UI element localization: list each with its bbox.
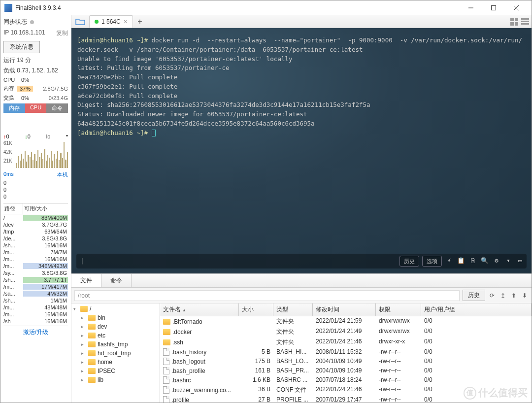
tree-item[interactable]: ▸flashfs_tmp [71, 340, 160, 349]
disk-row[interactable]: /sh...16M/16M [3, 242, 68, 249]
swap-metric: 交换0%0/23.4G [3, 93, 68, 102]
file-row[interactable]: .bash_logout175 BBASH_LO...2004/10/09 10… [160, 357, 532, 366]
folder-icon [88, 324, 96, 330]
minimize-button[interactable] [460, 0, 482, 15]
disk-row[interactable]: /m...16M/16M [3, 256, 68, 263]
sidebar: 同步状态 IP 10.168.1.101 复制 系统信息 运行 19 分 负载 … [0, 15, 71, 403]
file-icon [163, 367, 169, 374]
terminal-options-button[interactable]: 选项 [422, 256, 442, 267]
tab-bar: 1 564C × + [71, 15, 532, 28]
grid-view-icon[interactable] [510, 17, 519, 26]
system-info-button[interactable]: 系统信息 [3, 41, 40, 53]
folder-tree[interactable]: ▾/ ▸bin▸dev▸etc▸flashfs_tmp▸hd_root_tmp▸… [71, 303, 160, 403]
path-input[interactable]: /root [74, 290, 460, 301]
folder-icon [88, 377, 96, 383]
tree-item[interactable]: ▸bin [71, 313, 160, 322]
tab-cpu[interactable]: CPU [25, 103, 47, 113]
terminal-line: 0ea73420e2bb: Pull complete [77, 73, 526, 82]
refresh-icon[interactable]: ⟳ [488, 292, 496, 299]
tree-item[interactable]: ▸hd_root_tmp [71, 349, 160, 358]
svg-rect-5 [515, 18, 518, 21]
maximize-button[interactable] [482, 0, 505, 15]
svg-rect-7 [515, 22, 518, 26]
terminal-line: c367f59be2e1: Pull complete [77, 82, 526, 92]
tree-item[interactable]: ▸IPSEC [71, 367, 160, 375]
file-row[interactable]: .profile27 BPROFILE ...2007/01/29 17:47-… [160, 395, 532, 403]
disk-row[interactable]: /m...7M/7M [3, 249, 68, 256]
search-icon[interactable]: 🔍 [480, 257, 489, 266]
svg-rect-10 [521, 23, 529, 25]
disk-row[interactable]: /m...346M/493M [3, 263, 68, 269]
tree-item[interactable]: ▸lib [71, 375, 160, 384]
file-row[interactable]: .bash_profile161 BBASH_PR...2004/10/09 1… [160, 366, 532, 375]
up-dir-icon[interactable]: ↥ [499, 292, 507, 299]
file-row[interactable]: .bash_history5 BBASH_HI...2008/01/11 15:… [160, 347, 532, 357]
folder-icon [80, 306, 88, 312]
file-list-header[interactable]: 文件名▲ 大小 类型 修改时间 权限 用户/用户组 [160, 303, 532, 316]
expand-icon[interactable]: ▾ [504, 257, 513, 266]
upload-icon[interactable]: ⬆ [510, 292, 518, 299]
disk-row[interactable]: /sy...3.8G/3.8G [3, 269, 68, 276]
file-row[interactable]: .docker文件夹2022/01/24 21:49drwxrwxrwx0/0 [160, 327, 532, 337]
window-title: FinalShell 3.9.3.4 [15, 4, 460, 11]
network-row: ↑0 ↓0 lo▾ [3, 133, 68, 140]
terminal-line: [admin@hchuan16 ~]# docker run -d --rest… [77, 36, 526, 55]
tree-item[interactable]: ▸dev [71, 322, 160, 331]
clipboard-icon[interactable]: 📋 [457, 257, 466, 266]
activate-link[interactable]: 激活/升级 [3, 326, 68, 338]
file-panel: 文件 命令 /root 历史 ⟳ ↥ ⬆ ⬇ ▾/ ▸bin▸dev▸et [71, 273, 532, 403]
host-label[interactable]: 本机 [57, 171, 68, 178]
disk-row[interactable]: /de...3.8G/3.8G [3, 235, 68, 242]
terminal-history-button[interactable]: 历史 [399, 256, 419, 267]
tree-item[interactable]: ▸etc [71, 331, 160, 340]
tree-root[interactable]: ▾/ [71, 304, 160, 313]
terminal-line: [admin@hchuan16 ~]# [77, 129, 526, 138]
disk-row[interactable]: /sa...4M/32M [3, 290, 68, 297]
tab-files[interactable]: 文件 [71, 274, 101, 287]
list-view-icon[interactable] [521, 17, 530, 26]
disk-row[interactable]: /83M/400M [3, 214, 68, 221]
terminal-line: Unable to find image '6053537/portainer-… [77, 55, 526, 64]
svg-rect-1 [492, 6, 496, 10]
sync-dot-icon [30, 20, 34, 24]
add-tab-button[interactable]: + [135, 17, 145, 27]
disk-row[interactable]: /sh...1M/1M [3, 297, 68, 304]
tab-command[interactable]: 命令 [46, 103, 68, 113]
session-tab[interactable]: 1 564C × [89, 15, 133, 28]
open-folder-button[interactable] [73, 16, 87, 28]
tree-item[interactable]: ▸home [71, 358, 160, 367]
disk-row[interactable]: /m...48M/48M [3, 304, 68, 311]
file-row[interactable]: .bashrc1.6 KBBASHRC ...2007/07/18 18:24-… [160, 375, 532, 385]
svg-rect-4 [510, 18, 514, 21]
ip-label: IP 10.168.1.101 [3, 29, 45, 37]
copy-ip-link[interactable]: 复制 [56, 29, 68, 37]
disk-row[interactable]: /m...16M/16M [3, 311, 68, 318]
download-icon[interactable]: ⬇ [521, 292, 529, 299]
gear-icon[interactable]: ⚙ [492, 257, 501, 266]
tab-memory[interactable]: 内存 [3, 103, 25, 113]
file-icon [163, 396, 169, 403]
path-history-button[interactable]: 历史 [463, 290, 485, 301]
disk-row[interactable]: /dev3.7G/3.7G [3, 221, 68, 228]
tab-commands[interactable]: 命令 [101, 274, 132, 287]
folder-icon [88, 333, 96, 338]
file-row[interactable]: .ssh文件夹2022/01/24 21:46drwxr-xr-x0/0 [160, 337, 532, 347]
folder-icon [163, 319, 170, 325]
disk-row[interactable]: /sh16M/16M [3, 318, 68, 325]
file-icon [163, 376, 169, 384]
fullscreen-icon[interactable]: ▭ [516, 257, 525, 266]
terminal[interactable]: [admin@hchuan16 ~]# docker run -d --rest… [71, 28, 532, 273]
bolt-icon[interactable]: ⚡ [445, 257, 454, 266]
close-tab-icon[interactable]: × [124, 18, 128, 26]
disk-row[interactable]: /m...17M/417M [3, 283, 68, 290]
copy-icon[interactable]: ⎘ [468, 257, 477, 266]
disk-table-header: 路径 可用/大小 [3, 203, 68, 214]
app-logo-icon [4, 4, 12, 12]
close-button[interactable] [505, 0, 528, 15]
ping-value: 0ms [3, 171, 14, 178]
file-row[interactable]: .buzzer_warnning.co...36 BCONF 文件2022/01… [160, 385, 532, 395]
file-row[interactable]: .BitTornado文件夹2022/01/24 21:59drwxrwxrwx… [160, 316, 532, 327]
disk-row[interactable]: /tmp63M/64M [3, 228, 68, 235]
disk-row[interactable]: /sh...3.7T/7.1T [3, 276, 68, 283]
folder-icon [88, 350, 96, 356]
